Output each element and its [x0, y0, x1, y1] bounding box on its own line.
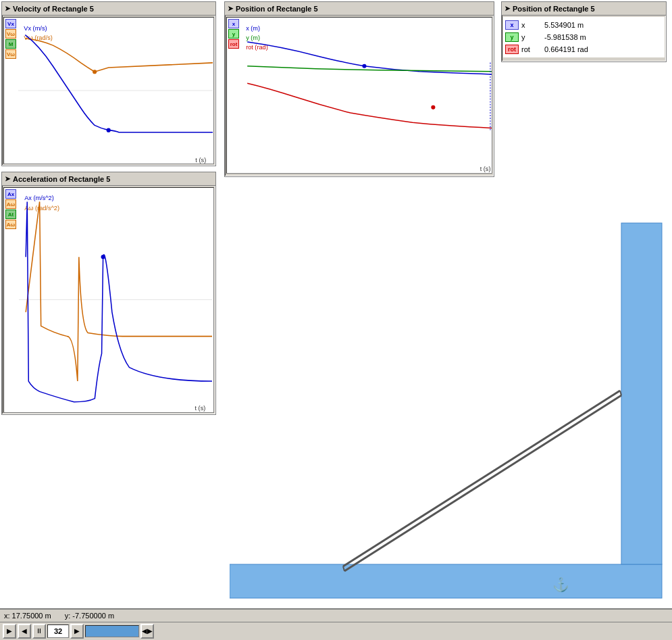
svg-point-18 [101, 255, 105, 259]
py-legend-box: y [228, 29, 239, 39]
step-forward-button[interactable]: ▶ [70, 624, 84, 639]
progress-bar[interactable] [85, 625, 139, 637]
position-readout-title-text: Position of Rectangle 5 [513, 5, 595, 13]
acc-title-arrow: ➤ [5, 175, 10, 182]
status-bar: x: 17.75000 m y: -7.750000 m ▶ ◀ ⏸ 32 ▶ … [0, 608, 672, 640]
vx-legend-box: Vx [5, 19, 16, 28]
svg-point-13 [93, 70, 97, 74]
step-back-button[interactable]: ◀ [18, 624, 31, 639]
velocity-chart-svg: Vx (m/s) Vω (rad/s) t (s) [18, 18, 213, 164]
svg-text:Aω (rad/s^2): Aω (rad/s^2) [24, 205, 59, 212]
vomega2-legend-box: Vω [5, 49, 16, 59]
at-legend-box: At [5, 210, 16, 219]
prot-legend-box: rot [228, 39, 239, 49]
pos-title-arrow: ➤ [228, 5, 233, 12]
svg-rect-1 [230, 564, 662, 598]
vomega-legend-box: Vω [5, 29, 16, 39]
readout-rot-name: rot [521, 45, 542, 53]
velocity-chart-panel: ➤ Velocity of Rectangle 5 Vx Vω M Vω Vx … [1, 1, 216, 166]
readout-y-value: -5.981538 m [544, 33, 586, 41]
svg-text:x (m): x (m) [246, 25, 260, 32]
readout-rot-value: 0.664191 rad [544, 45, 588, 53]
svg-text:⚓: ⚓ [552, 576, 569, 593]
velocity-chart-inner: Vx Vω M Vω Vx (m/s) Vω (rad/s) [3, 17, 214, 164]
main-simulation-area: ⚓ ⚓ ➤ Velocity of Rectangle 5 Vx Vω M Vω… [0, 0, 672, 608]
readout-x-row: x x 5.534901 m [505, 19, 663, 31]
acceleration-chart-inner: Ax Aω At Aω Ax (m/s^2) Aω (rad/s^2) t (s… [3, 187, 214, 413]
acceleration-chart-svg: Ax (m/s^2) Aω (rad/s^2) t (s) [18, 188, 213, 412]
acceleration-legend: Ax Aω At Aω [5, 189, 16, 229]
x-coordinate: x: 17.75000 m [4, 612, 51, 620]
position-chart-title: ➤ Position of Rectangle 5 [225, 2, 494, 16]
svg-rect-2 [621, 223, 662, 564]
aomega-legend-box: Aω [5, 199, 16, 209]
readout-y-row: y y -5.981538 m [505, 31, 663, 43]
readout-values: x x 5.534901 m y y -5.981538 m rot rot 0… [503, 17, 665, 57]
readout-y-label: y [505, 32, 519, 42]
status-controls[interactable]: ▶ ◀ ⏸ 32 ▶ ◀▶ [0, 622, 672, 640]
svg-text:t (s): t (s) [195, 157, 206, 164]
readout-y-name: y [521, 33, 542, 41]
y-coordinate: y: -7.750000 m [65, 612, 114, 620]
velocity-title-text: Velocity of Rectangle 5 [13, 5, 94, 13]
fast-forward-button[interactable]: ◀▶ [140, 624, 154, 639]
acceleration-chart-title: ➤ Acceleration of Rectangle 5 [2, 172, 215, 186]
readout-rot-label: rot [505, 45, 519, 54]
position-chart-svg: x (m) y (m) rot (rad) t (s) [240, 18, 492, 173]
velocity-legend: Vx Vω M Vω [5, 19, 16, 59]
speed-display: 32 [47, 624, 69, 638]
svg-point-23 [362, 64, 366, 68]
position-title-text: Position of Rectangle 5 [236, 5, 318, 13]
svg-point-12 [107, 128, 111, 132]
svg-text:Vx (m/s): Vx (m/s) [24, 25, 47, 32]
svg-text:y (m): y (m) [246, 34, 260, 41]
aomega2-legend-box: Aω [5, 220, 16, 229]
readout-rot-row: rot rot 0.664191 rad [505, 43, 663, 55]
pause-button[interactable]: ⏸ [32, 624, 46, 639]
svg-text:t (s): t (s) [195, 405, 205, 412]
position-readout-title: ➤ Position of Rectangle 5 [502, 2, 666, 16]
status-coordinates: x: 17.75000 m y: -7.750000 m [0, 610, 672, 622]
m-legend-box: M [5, 39, 16, 49]
position-legend: x y rot [228, 19, 239, 49]
svg-point-24 [431, 105, 435, 109]
readout-x-name: x [521, 21, 542, 29]
play-button[interactable]: ▶ [3, 624, 16, 639]
acceleration-chart-panel: ➤ Acceleration of Rectangle 5 Ax Aω At A… [1, 172, 216, 415]
svg-text:Ax (m/s^2): Ax (m/s^2) [24, 195, 54, 201]
position-chart-inner: x y rot x (m) y (m) rot (rad) [226, 17, 492, 174]
svg-text:t (s): t (s) [480, 166, 491, 172]
ax-legend-box: Ax [5, 189, 16, 199]
px-legend-box: x [228, 19, 239, 28]
readout-title-arrow: ➤ [505, 5, 510, 12]
velocity-title-arrow: ➤ [5, 5, 10, 12]
readout-x-value: 5.534901 m [544, 21, 584, 29]
position-chart-panel: ➤ Position of Rectangle 5 x y rot x (m) … [224, 1, 494, 177]
readout-x-label: x [505, 20, 519, 30]
position-readout-panel: ➤ Position of Rectangle 5 x x 5.534901 m… [501, 1, 667, 62]
acceleration-title-text: Acceleration of Rectangle 5 [13, 175, 110, 183]
velocity-chart-title: ➤ Velocity of Rectangle 5 [2, 2, 215, 16]
